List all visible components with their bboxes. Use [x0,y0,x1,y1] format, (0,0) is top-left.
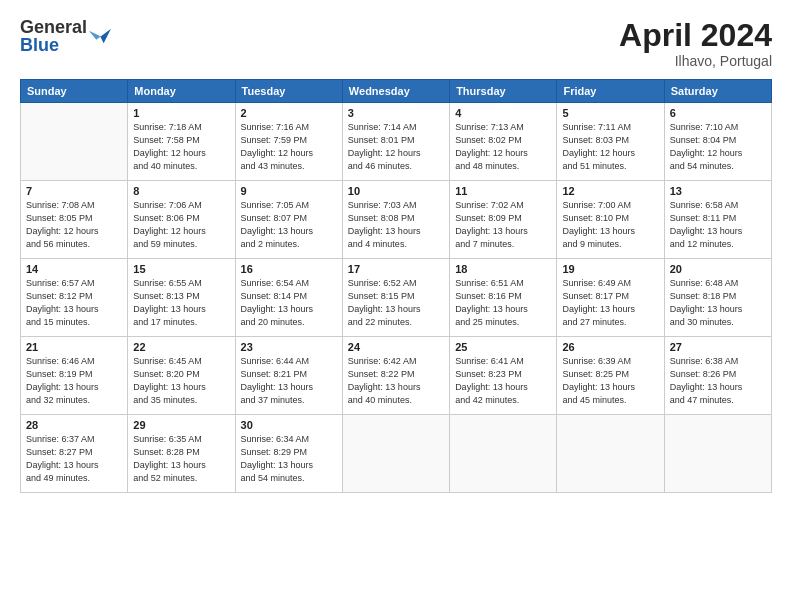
calendar-week-1: 1Sunrise: 7:18 AMSunset: 7:58 PMDaylight… [21,103,772,181]
day-info: Sunrise: 7:00 AMSunset: 8:10 PMDaylight:… [562,199,658,251]
day-number: 9 [241,185,337,197]
calendar-header-thursday: Thursday [450,80,557,103]
logo: General Blue [20,18,111,54]
day-info: Sunrise: 6:34 AMSunset: 8:29 PMDaylight:… [241,433,337,485]
day-number: 1 [133,107,229,119]
calendar-cell: 16Sunrise: 6:54 AMSunset: 8:14 PMDayligh… [235,259,342,337]
calendar-cell: 14Sunrise: 6:57 AMSunset: 8:12 PMDayligh… [21,259,128,337]
calendar-cell: 27Sunrise: 6:38 AMSunset: 8:26 PMDayligh… [664,337,771,415]
day-info: Sunrise: 7:02 AMSunset: 8:09 PMDaylight:… [455,199,551,251]
day-info: Sunrise: 7:13 AMSunset: 8:02 PMDaylight:… [455,121,551,173]
svg-marker-1 [89,31,100,40]
day-number: 10 [348,185,444,197]
calendar-cell: 28Sunrise: 6:37 AMSunset: 8:27 PMDayligh… [21,415,128,493]
calendar-cell: 10Sunrise: 7:03 AMSunset: 8:08 PMDayligh… [342,181,449,259]
calendar-cell [664,415,771,493]
day-info: Sunrise: 6:57 AMSunset: 8:12 PMDaylight:… [26,277,122,329]
day-number: 19 [562,263,658,275]
day-info: Sunrise: 7:10 AMSunset: 8:04 PMDaylight:… [670,121,766,173]
day-info: Sunrise: 7:11 AMSunset: 8:03 PMDaylight:… [562,121,658,173]
calendar-cell: 11Sunrise: 7:02 AMSunset: 8:09 PMDayligh… [450,181,557,259]
calendar-cell: 4Sunrise: 7:13 AMSunset: 8:02 PMDaylight… [450,103,557,181]
day-info: Sunrise: 6:38 AMSunset: 8:26 PMDaylight:… [670,355,766,407]
day-number: 21 [26,341,122,353]
calendar-header-tuesday: Tuesday [235,80,342,103]
calendar-cell: 5Sunrise: 7:11 AMSunset: 8:03 PMDaylight… [557,103,664,181]
day-number: 13 [670,185,766,197]
day-number: 20 [670,263,766,275]
calendar-cell: 30Sunrise: 6:34 AMSunset: 8:29 PMDayligh… [235,415,342,493]
calendar-cell: 20Sunrise: 6:48 AMSunset: 8:18 PMDayligh… [664,259,771,337]
day-number: 12 [562,185,658,197]
day-number: 30 [241,419,337,431]
calendar-header-friday: Friday [557,80,664,103]
calendar-week-5: 28Sunrise: 6:37 AMSunset: 8:27 PMDayligh… [21,415,772,493]
calendar-cell [450,415,557,493]
calendar-cell: 18Sunrise: 6:51 AMSunset: 8:16 PMDayligh… [450,259,557,337]
calendar-cell: 24Sunrise: 6:42 AMSunset: 8:22 PMDayligh… [342,337,449,415]
day-number: 15 [133,263,229,275]
calendar-cell: 6Sunrise: 7:10 AMSunset: 8:04 PMDaylight… [664,103,771,181]
day-info: Sunrise: 6:49 AMSunset: 8:17 PMDaylight:… [562,277,658,329]
calendar-cell: 22Sunrise: 6:45 AMSunset: 8:20 PMDayligh… [128,337,235,415]
calendar-cell [21,103,128,181]
day-info: Sunrise: 6:37 AMSunset: 8:27 PMDaylight:… [26,433,122,485]
day-info: Sunrise: 6:44 AMSunset: 8:21 PMDaylight:… [241,355,337,407]
calendar-table: SundayMondayTuesdayWednesdayThursdayFrid… [20,79,772,493]
day-info: Sunrise: 6:52 AMSunset: 8:15 PMDaylight:… [348,277,444,329]
calendar-header-row: SundayMondayTuesdayWednesdayThursdayFrid… [21,80,772,103]
logo-general: General [20,18,87,36]
day-info: Sunrise: 7:06 AMSunset: 8:06 PMDaylight:… [133,199,229,251]
day-info: Sunrise: 6:48 AMSunset: 8:18 PMDaylight:… [670,277,766,329]
calendar-body: 1Sunrise: 7:18 AMSunset: 7:58 PMDaylight… [21,103,772,493]
day-info: Sunrise: 6:46 AMSunset: 8:19 PMDaylight:… [26,355,122,407]
day-number: 16 [241,263,337,275]
calendar-week-4: 21Sunrise: 6:46 AMSunset: 8:19 PMDayligh… [21,337,772,415]
logo-text: General Blue [20,18,87,54]
day-info: Sunrise: 7:03 AMSunset: 8:08 PMDaylight:… [348,199,444,251]
header: General Blue April 2024 Ilhavo, Portugal [20,18,772,69]
day-info: Sunrise: 7:08 AMSunset: 8:05 PMDaylight:… [26,199,122,251]
day-number: 22 [133,341,229,353]
day-number: 24 [348,341,444,353]
day-number: 3 [348,107,444,119]
calendar-header-sunday: Sunday [21,80,128,103]
calendar-cell [342,415,449,493]
calendar-cell: 15Sunrise: 6:55 AMSunset: 8:13 PMDayligh… [128,259,235,337]
calendar-cell: 7Sunrise: 7:08 AMSunset: 8:05 PMDaylight… [21,181,128,259]
day-number: 8 [133,185,229,197]
calendar-cell: 23Sunrise: 6:44 AMSunset: 8:21 PMDayligh… [235,337,342,415]
day-info: Sunrise: 6:55 AMSunset: 8:13 PMDaylight:… [133,277,229,329]
calendar-week-2: 7Sunrise: 7:08 AMSunset: 8:05 PMDaylight… [21,181,772,259]
day-info: Sunrise: 6:39 AMSunset: 8:25 PMDaylight:… [562,355,658,407]
day-number: 7 [26,185,122,197]
logo-blue: Blue [20,36,87,54]
day-info: Sunrise: 7:16 AMSunset: 7:59 PMDaylight:… [241,121,337,173]
calendar-cell: 8Sunrise: 7:06 AMSunset: 8:06 PMDaylight… [128,181,235,259]
day-info: Sunrise: 7:05 AMSunset: 8:07 PMDaylight:… [241,199,337,251]
page: General Blue April 2024 Ilhavo, Portugal… [0,0,792,612]
calendar-cell: 26Sunrise: 6:39 AMSunset: 8:25 PMDayligh… [557,337,664,415]
calendar-cell: 2Sunrise: 7:16 AMSunset: 7:59 PMDaylight… [235,103,342,181]
calendar-week-3: 14Sunrise: 6:57 AMSunset: 8:12 PMDayligh… [21,259,772,337]
calendar-cell: 19Sunrise: 6:49 AMSunset: 8:17 PMDayligh… [557,259,664,337]
calendar-cell: 29Sunrise: 6:35 AMSunset: 8:28 PMDayligh… [128,415,235,493]
day-number: 27 [670,341,766,353]
day-info: Sunrise: 6:35 AMSunset: 8:28 PMDaylight:… [133,433,229,485]
calendar-header-monday: Monday [128,80,235,103]
calendar-cell: 1Sunrise: 7:18 AMSunset: 7:58 PMDaylight… [128,103,235,181]
calendar-cell: 21Sunrise: 6:46 AMSunset: 8:19 PMDayligh… [21,337,128,415]
day-number: 25 [455,341,551,353]
calendar-cell: 13Sunrise: 6:58 AMSunset: 8:11 PMDayligh… [664,181,771,259]
day-number: 14 [26,263,122,275]
day-info: Sunrise: 6:51 AMSunset: 8:16 PMDaylight:… [455,277,551,329]
day-info: Sunrise: 6:45 AMSunset: 8:20 PMDaylight:… [133,355,229,407]
day-info: Sunrise: 6:58 AMSunset: 8:11 PMDaylight:… [670,199,766,251]
day-number: 4 [455,107,551,119]
calendar-cell: 17Sunrise: 6:52 AMSunset: 8:15 PMDayligh… [342,259,449,337]
day-number: 26 [562,341,658,353]
day-number: 29 [133,419,229,431]
day-info: Sunrise: 6:41 AMSunset: 8:23 PMDaylight:… [455,355,551,407]
calendar-header-wednesday: Wednesday [342,80,449,103]
calendar-cell: 25Sunrise: 6:41 AMSunset: 8:23 PMDayligh… [450,337,557,415]
